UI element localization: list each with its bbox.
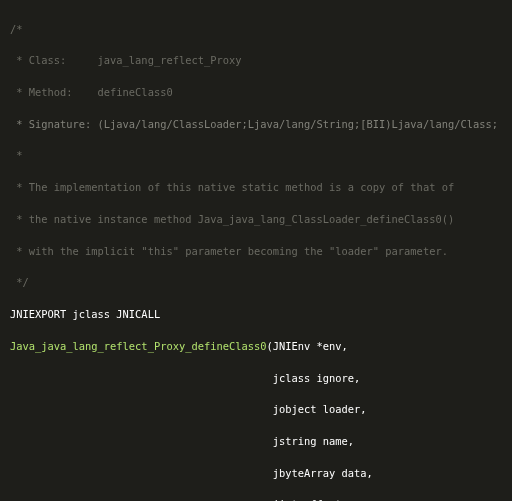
comment-line: * (10, 148, 502, 164)
param-line: jstring name, (10, 434, 502, 450)
comment-line: * the native instance method Java_java_l… (10, 212, 502, 228)
decl-line: JNIEXPORT jclass JNICALL (10, 307, 502, 323)
comment-line: * Signature: (Ljava/lang/ClassLoader;Lja… (10, 117, 502, 133)
comment-line: /* (10, 22, 502, 38)
code-block: /* * Class: java_lang_reflect_Proxy * Me… (10, 6, 502, 501)
param-line: jbyteArray data, (10, 466, 502, 482)
decl-prefix: JNIEXPORT jclass JNICALL (10, 308, 160, 320)
param: jobject loader, (273, 403, 367, 415)
comment-line: * Class: java_lang_reflect_Proxy (10, 53, 502, 69)
comment-line: * with the implicit "this" parameter bec… (10, 244, 502, 260)
comment-line: */ (10, 275, 502, 291)
comment-line: * Method: defineClass0 (10, 85, 502, 101)
param: jbyteArray data, (273, 467, 373, 479)
param: jstring name, (273, 435, 354, 447)
param-line: jint offset, (10, 497, 502, 501)
param-line: jclass ignore, (10, 371, 502, 387)
decl-func-line: Java_java_lang_reflect_Proxy_defineClass… (10, 339, 502, 355)
param: jclass ignore, (273, 372, 361, 384)
comment-line: * The implementation of this native stat… (10, 180, 502, 196)
func-name: Java_java_lang_reflect_Proxy_defineClass… (10, 340, 266, 352)
decl-after: (JNIEnv *env, (266, 340, 347, 352)
param-line: jobject loader, (10, 402, 502, 418)
